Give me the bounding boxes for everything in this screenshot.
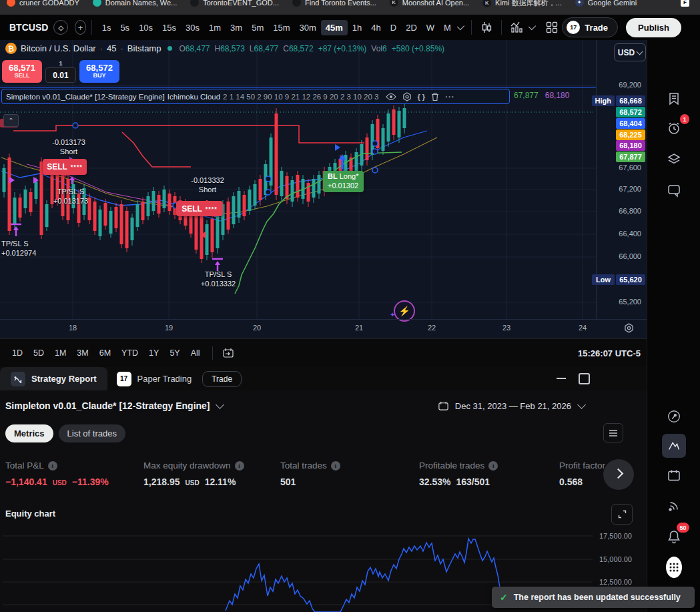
range-6m[interactable]: 6M: [94, 346, 116, 360]
range-1m[interactable]: 1M: [49, 346, 71, 360]
publish-button[interactable]: Publish: [626, 18, 681, 37]
candle-body: [168, 194, 171, 211]
interval-10s[interactable]: 10s: [134, 20, 157, 35]
price-axis[interactable]: 69,20067,60067,20066,80066,40066,00065,2…: [596, 40, 647, 319]
chevron-down-icon[interactable]: [457, 22, 464, 29]
bookmark-item[interactable]: cruner GODADDY: [7, 0, 79, 7]
interval-1h[interactable]: 1h: [348, 20, 366, 35]
symbol-name[interactable]: Bitcoin / U.S. Dollar: [21, 43, 96, 53]
bookmark-label: Kimi 数据库解析，...: [495, 0, 562, 8]
eye-icon[interactable]: [386, 93, 396, 101]
layout-grid-icon[interactable]: [543, 19, 561, 36]
range-ytd[interactable]: YTD: [116, 346, 143, 360]
alerts-clock-icon[interactable]: 1: [662, 116, 686, 140]
buy-button[interactable]: 68,572BUY: [79, 60, 119, 83]
symbol-search-button[interactable]: BTCUSD ◇: [4, 20, 73, 35]
interval-5m[interactable]: 5m: [247, 20, 268, 35]
info-icon[interactable]: i: [235, 461, 244, 471]
interval-M[interactable]: M: [439, 20, 456, 35]
long-order-label[interactable]: BL Long* +0.01302: [323, 171, 364, 192]
interval-3m[interactable]: 3m: [226, 20, 247, 35]
price-label-prefix: High: [592, 95, 615, 106]
trade-button[interactable]: 17 Trade: [562, 17, 618, 37]
chart-toolbar: BTCUSD ◇ + 1s5s10s15s30s1m3m5m15m30m45m1…: [0, 15, 700, 40]
candle-body: [19, 198, 22, 218]
info-icon[interactable]: i: [488, 461, 498, 471]
compare-add-icon[interactable]: +: [75, 20, 85, 35]
time-axis[interactable]: 18192021222324: [0, 319, 647, 338]
watchlist-notes-icon[interactable]: [662, 87, 686, 111]
delete-trash-icon[interactable]: [431, 92, 439, 101]
info-icon[interactable]: i: [331, 461, 340, 471]
indicators-icon[interactable]: [507, 18, 527, 37]
live-signal-icon[interactable]: [662, 494, 686, 518]
bookmark-item[interactable]: ✦Google Gemini: [575, 0, 637, 7]
strategy-legend-row[interactable]: Simpleton v0.01_Claude* [12-Strategy Eng…: [1, 89, 510, 104]
chat-icon[interactable]: [662, 178, 686, 202]
interval-30s[interactable]: 30s: [181, 20, 204, 35]
candle-body: [403, 108, 406, 128]
axis-settings-gear-icon[interactable]: [624, 323, 634, 333]
candle-body: [312, 179, 316, 198]
strategy-tester-panel-icon[interactable]: [662, 434, 686, 458]
bookmark-label: TorontoEVENT_GOD...: [203, 0, 279, 7]
strategy-title[interactable]: Simpleton v0.01_Claude* [12-Strategy Eng…: [6, 93, 165, 101]
quantity-input[interactable]: 0.01: [45, 67, 76, 83]
drag-handle: [266, 190, 271, 195]
candle-body: [318, 175, 321, 194]
metric-label-text: Max equity drawdown: [143, 461, 231, 471]
interval-1s[interactable]: 1s: [97, 20, 116, 35]
goto-date-icon[interactable]: [220, 344, 237, 362]
interval-45m[interactable]: 45m: [321, 20, 348, 35]
info-icon[interactable]: i: [48, 461, 57, 471]
layers-icon[interactable]: [662, 147, 686, 171]
chart-style-icon[interactable]: [477, 18, 496, 37]
sell-button[interactable]: 68,571SELL: [2, 60, 42, 83]
sell2-order-label[interactable]: SELL****: [176, 201, 223, 216]
bookmark-item[interactable]: F: [681, 0, 693, 7]
candle-body: [254, 184, 257, 206]
collapse-panel-button[interactable]: ⌃: [3, 114, 19, 127]
bookmark-item[interactable]: Domain Names, We...: [93, 0, 177, 7]
range-3m[interactable]: 3M: [71, 346, 93, 360]
source-code-icon[interactable]: { }: [418, 93, 426, 101]
calendar-icon[interactable]: [662, 464, 686, 488]
interval-5s[interactable]: 5s: [115, 20, 134, 35]
chevron-down-icon[interactable]: [528, 22, 535, 29]
range-all[interactable]: All: [186, 346, 206, 360]
interval-2D[interactable]: 2D: [401, 20, 422, 35]
object-tree-target-icon[interactable]: [662, 404, 686, 428]
bookmark-item[interactable]: KKimi 数据库解析，...: [482, 0, 562, 8]
expand-equity-icon[interactable]: [611, 504, 633, 525]
metrics-next-button[interactable]: [603, 459, 634, 490]
interval-15m[interactable]: 15m: [268, 20, 294, 35]
range-5y[interactable]: 5Y: [164, 346, 185, 360]
drag-handle: [372, 141, 378, 146]
range-5d[interactable]: 5D: [28, 346, 49, 360]
range-1d[interactable]: 1D: [7, 346, 28, 360]
price-chart-pane[interactable]: ₿ Bitcoin / U.S. Dollar · 45 · Bitstamp …: [0, 40, 647, 338]
candle-body: [109, 211, 113, 234]
bookmark-item[interactable]: TorontoEVENT_GOD...: [190, 0, 279, 7]
settings-gear-icon[interactable]: [402, 92, 412, 101]
metric-label: Total tradesi: [280, 461, 414, 471]
interval-15s[interactable]: 15s: [157, 20, 181, 35]
bookmark-item[interactable]: KMoonshot AI Open...: [390, 0, 469, 7]
apps-grid-menu-icon[interactable]: [662, 555, 686, 579]
notifications-badge: 50: [677, 523, 689, 533]
interval-1m[interactable]: 1m: [204, 20, 226, 35]
more-options-icon[interactable]: ···: [445, 93, 455, 101]
notifications-bell-icon[interactable]: 50: [662, 525, 686, 549]
candle-body: [163, 190, 166, 208]
interval-30m[interactable]: 30m: [295, 20, 321, 35]
bookmark-item[interactable]: Find Toronto Events...: [292, 0, 376, 7]
interval-W[interactable]: W: [422, 20, 439, 35]
symbol-legend[interactable]: ₿ Bitcoin / U.S. Dollar · 45 · Bitstamp …: [5, 43, 444, 54]
interval-4h[interactable]: 4h: [366, 20, 385, 35]
interval-D[interactable]: D: [386, 20, 401, 35]
range-1y[interactable]: 1Y: [143, 346, 164, 360]
sell1-order-label[interactable]: SELL****: [43, 159, 87, 175]
session-clock[interactable]: 15:26:07 UTC-5: [578, 348, 641, 358]
market-open-dot[interactable]: [167, 46, 172, 51]
strategy-values: 67,877 68,180: [514, 91, 569, 100]
